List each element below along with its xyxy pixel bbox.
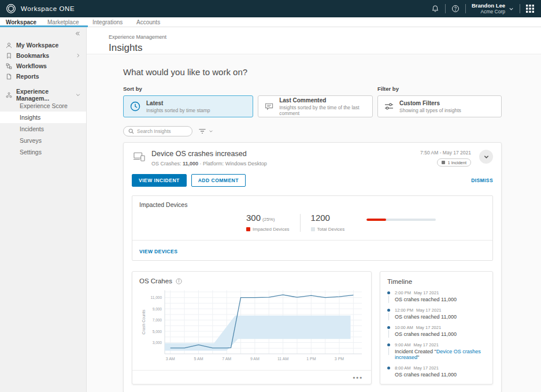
add-comment-button[interactable]: ADD COMMENT <box>191 174 246 187</box>
topbar-divider <box>465 4 466 13</box>
impacted-devices-panel: Impacted Devices 300(25%) Impacted Devic… <box>132 195 493 261</box>
timeline-dot <box>387 309 390 312</box>
dismiss-link[interactable]: DISMISS <box>471 177 493 183</box>
timeline-date: May 17 2021 <box>414 365 439 371</box>
sidebar-item-reports[interactable]: Reports <box>0 71 86 82</box>
timeline-time: 2:00 PM <box>395 290 411 295</box>
svg-text:3 PM: 3 PM <box>335 357 344 361</box>
timeline-time: 9:00 AM <box>395 342 411 347</box>
timeline-date: May 17 2021 <box>414 342 439 347</box>
tab-accounts[interactable]: Accounts <box>136 19 172 25</box>
user-name: Brandon Lee <box>472 3 505 9</box>
insights-filter-dropdown[interactable] <box>198 128 213 135</box>
breadcrumb: Experience Management <box>109 34 541 40</box>
topbar-divider <box>520 4 520 13</box>
impacted-stat: 300(25%) Impacted Devices <box>246 213 290 232</box>
timeline-connector <box>388 347 389 355</box>
funnel-icon <box>198 128 206 135</box>
timeline-text: Incident Created " <box>395 349 436 354</box>
sort-option-description: Insights sorted by the time of the last … <box>279 105 366 116</box>
notifications-button[interactable] <box>431 5 439 13</box>
help-button[interactable] <box>451 5 460 13</box>
timeline-item: 10:00 AMMay 17 2021 OS crahes reached 11… <box>387 325 486 337</box>
svg-text:5,000: 5,000 <box>153 330 162 334</box>
timeline-date: May 17 2021 <box>416 308 441 313</box>
sidebar-item-experience-score[interactable]: Experience Score <box>0 100 86 112</box>
app-grid-icon <box>526 5 534 13</box>
impacted-devices-title: Impacted Devices <box>132 196 492 209</box>
insight-timestamp: 7:50 AM - May 17 2021 <box>420 150 471 156</box>
timeline-title: Timeline <box>387 278 486 285</box>
chevron-down-icon <box>209 129 213 134</box>
app-title: Workspace ONE <box>21 5 75 12</box>
view-incident-button[interactable]: VIEW INCIDENT <box>132 174 187 187</box>
tab-marketplace[interactable]: Marketplace <box>47 19 87 25</box>
svg-text:3,000: 3,000 <box>153 341 162 345</box>
user-menu[interactable]: Brandon Lee Acme Corp <box>472 3 514 14</box>
topbar-divider <box>445 4 446 13</box>
info-icon[interactable] <box>176 278 182 284</box>
total-legend-label: Total Devices <box>317 227 345 232</box>
incident-icon <box>442 161 445 164</box>
user-icon <box>6 42 12 49</box>
chevron-right-icon <box>76 53 80 58</box>
timeline-item: 2:00 PMMay 17 2021 OS crahes reached 11,… <box>387 290 486 302</box>
impacted-legend-swatch <box>246 227 250 231</box>
timeline-date: May 17 2021 <box>416 325 441 330</box>
sidebar-item-bookmarks[interactable]: Bookmarks <box>0 50 86 61</box>
user-org: Acme Corp <box>472 9 505 14</box>
sidebar-item-incidents[interactable]: Incidents <box>0 123 86 135</box>
sidebar-item-my-workspace[interactable]: My Workspace <box>0 40 86 50</box>
view-devices-link[interactable]: VIEW DEVICES <box>139 249 177 254</box>
timeline-dot <box>387 326 390 329</box>
impacted-legend-label: Impacted Devices <box>253 227 290 232</box>
sidebar-item-insights[interactable]: Insights <box>0 112 86 123</box>
sort-option-title: Latest <box>146 100 210 106</box>
sort-option-last-commented[interactable]: Last Commented Insights sorted by the ti… <box>258 95 373 117</box>
collapse-insight-button[interactable] <box>479 150 493 164</box>
incident-count-badge[interactable]: 1 Incident <box>437 158 471 167</box>
sidebar-item-settings[interactable]: Settings <box>0 146 86 158</box>
work-on-heading: What would you like to work on? <box>123 67 502 77</box>
total-legend-swatch <box>311 227 315 231</box>
sidebar: My Workspace Bookmarks Workflows Reports… <box>0 27 87 392</box>
search-insights-input[interactable] <box>137 128 186 134</box>
custom-filters-title: Custom Filters <box>399 100 461 106</box>
page-title: Insights <box>109 42 541 54</box>
svg-text:9 AM: 9 AM <box>250 357 260 361</box>
timeline-time: 8:00 AM <box>395 365 411 371</box>
svg-text:7,000: 7,000 <box>153 318 162 322</box>
os-crashes-chart-card: OS Crahes 3,0005,0007,0009,00011,000Cras… <box>132 271 372 384</box>
timeline-dot <box>387 291 390 294</box>
os-crashes-line-chart: 3,0005,0007,0009,00011,000Crash Counts3 … <box>139 287 364 364</box>
timeline-item-incident-created: 9:00 AMMay 17 2021 Incident Created "Dev… <box>387 342 486 360</box>
insight-card: Device OS crashes increased OS Crashes: … <box>123 142 502 392</box>
tab-integrations[interactable]: Integrations <box>92 19 131 25</box>
tab-workspace[interactable]: Workspace <box>6 19 42 25</box>
timeline-text: OS crahes reached 11,000 <box>395 331 486 337</box>
incident-badge-label: 1 Incident <box>447 160 466 165</box>
bell-icon <box>431 5 439 13</box>
insight-meta: OS Crashes: 11,000 · Platform: Windows D… <box>151 161 267 167</box>
sidebar-item-workflows[interactable]: Workflows <box>0 61 86 71</box>
meta-label: Platform: <box>203 161 224 167</box>
custom-filters-card[interactable]: Custom Filters Showing all types of insi… <box>377 95 502 117</box>
help-icon <box>451 5 460 13</box>
app-switcher-button[interactable] <box>526 5 534 13</box>
sidebar-item-experience-management[interactable]: Experience Managem... <box>0 90 86 100</box>
sidebar-item-label: Reports <box>16 73 80 80</box>
timeline-connector <box>388 313 389 320</box>
total-count: 1200 <box>311 213 330 223</box>
filter-by-group: Filter by Custom Filters Showing all typ… <box>377 86 502 117</box>
stats-divider <box>300 214 301 232</box>
bookmark-icon <box>6 53 12 59</box>
timeline-connector <box>388 330 389 338</box>
sidebar-item-surveys[interactable]: Surveys <box>0 135 86 146</box>
custom-filters-description: Showing all types of insights <box>399 108 461 113</box>
collapse-sidebar-icon[interactable] <box>75 31 80 36</box>
svg-text:7 AM: 7 AM <box>222 357 231 361</box>
svg-text:1 PM: 1 PM <box>306 357 316 361</box>
timeline-item: 12:00 PMMay 17 2021 OS crahes reached 11… <box>387 308 486 320</box>
sort-by-label: Sort by <box>123 86 373 92</box>
sort-option-latest[interactable]: Latest Insights sorted by time stamp <box>123 95 253 117</box>
